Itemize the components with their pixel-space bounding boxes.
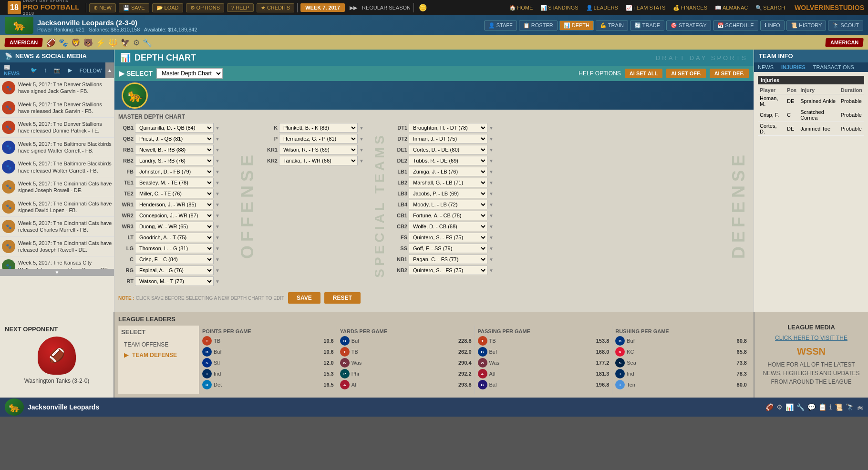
depth-chart-select[interactable]: Master Depth Chart	[156, 68, 223, 79]
player-select[interactable]: Goodrich, A. - T (75)	[135, 233, 214, 242]
news-item[interactable]: 🐾Week 5, 2017: The Denver Stallions have…	[0, 118, 114, 138]
ll-team-defense-option[interactable]: ▶ TEAM DEFENSE	[121, 350, 196, 360]
news-item[interactable]: 🐾Week 5, 2017: The Denver Stallions have…	[0, 78, 114, 98]
player-select[interactable]: Fortune, A. - CB (78)	[409, 211, 487, 220]
player-select[interactable]: Hernandez, G. - P (81)	[279, 134, 358, 143]
dropdown-arrow[interactable]: ▼	[489, 202, 494, 207]
load-button[interactable]: 📂 LOAD	[152, 3, 183, 12]
dropdown-arrow[interactable]: ▼	[359, 136, 364, 142]
dropdown-arrow[interactable]: ▼	[489, 158, 494, 163]
almanac-link[interactable]: 📖 ALMANAC	[712, 4, 751, 12]
home-link[interactable]: 🏠 HOME	[506, 4, 536, 12]
wssn-logo[interactable]: WSSN	[759, 344, 863, 358]
player-select[interactable]: Newell, B. - RB (88)	[135, 145, 214, 154]
player-select[interactable]: Duong, W. - WR (65)	[135, 222, 214, 231]
credits-button[interactable]: ★ CREDITS	[257, 3, 294, 12]
save-button[interactable]: 💾 SAVE	[119, 3, 149, 12]
player-select[interactable]: Priest, J. - QB (81)	[135, 134, 214, 143]
team-info-tab-news[interactable]: NEWS	[754, 62, 777, 72]
save-depth-button[interactable]: SAVE	[288, 292, 320, 304]
status-icon-9[interactable]: 🔭	[846, 403, 854, 411]
info-btn[interactable]: ℹ INFO	[760, 20, 785, 31]
search-link[interactable]: 🔍 SEARCH	[753, 4, 788, 12]
player-select[interactable]: Concepcion, J. - WR (87)	[135, 211, 214, 220]
sidebar-tab-news[interactable]: 📰 NEWS	[0, 62, 27, 78]
news-item[interactable]: 🐾Week 5, 2017: The Cincinnati Cats have …	[0, 197, 114, 217]
status-icon-4[interactable]: 🔧	[796, 403, 805, 411]
reset-depth-button[interactable]: RESET	[324, 292, 361, 304]
player-select[interactable]: Quintero, S. - FS (75)	[409, 266, 487, 275]
dropdown-arrow[interactable]: ▼	[215, 147, 220, 153]
dropdown-arrow[interactable]: ▼	[215, 268, 220, 273]
player-select[interactable]: Jacobs, P. - LB (69)	[409, 189, 487, 198]
news-item[interactable]: 🐾Week 5, 2017: The Cincinnati Cats have …	[0, 237, 114, 257]
player-select[interactable]: Zuniga, J. - LB (76)	[409, 167, 487, 176]
scroll-up-btn[interactable]: ▲	[105, 62, 114, 78]
status-icon-8[interactable]: 📜	[835, 403, 843, 411]
scroll-down-btn[interactable]: ▼	[0, 269, 114, 276]
dropdown-arrow[interactable]: ▼	[215, 158, 220, 163]
player-select[interactable]: Quintero, S. - FS (75)	[409, 233, 487, 242]
dropdown-arrow[interactable]: ▼	[215, 279, 220, 284]
player-select[interactable]: Johnston, D. - FB (79)	[135, 167, 214, 176]
dropdown-arrow[interactable]: ▼	[489, 125, 494, 131]
player-select[interactable]: Landry, S. - RB (76)	[135, 156, 214, 165]
news-item[interactable]: 🐾Week 5, 2017: The Kansas City Wolfpack …	[0, 256, 114, 269]
player-select[interactable]: Beasley, M. - TE (78)	[135, 178, 214, 187]
news-item[interactable]: 🐾Week 5, 2017: The Denver Stallions have…	[0, 98, 114, 118]
player-select[interactable]: Watson, M. - T (72)	[135, 276, 214, 286]
status-icon-10[interactable]: 🏍	[857, 403, 863, 411]
dropdown-arrow[interactable]: ▼	[215, 235, 220, 240]
news-item[interactable]: 🐾Week 5, 2017: The Cincinnati Cats have …	[0, 177, 114, 197]
dropdown-arrow[interactable]: ▼	[489, 180, 494, 185]
player-select[interactable]: Tubbs, R. - DE (69)	[409, 156, 487, 165]
player-select[interactable]: Espinal, A. - G (76)	[135, 266, 214, 275]
depth-btn[interactable]: 📊 DEPTH	[559, 20, 594, 31]
player-select[interactable]: Crisp, F. - C (84)	[135, 255, 214, 264]
dropdown-arrow[interactable]: ▼	[215, 136, 220, 142]
player-select[interactable]: Miller, C. - TE (76)	[135, 189, 214, 198]
player-select[interactable]: Goff, F. - SS (79)	[409, 244, 487, 253]
dropdown-arrow[interactable]: ▼	[215, 202, 220, 207]
status-icon-6[interactable]: 📋	[818, 403, 827, 411]
leaders-link[interactable]: 👤 LEADERS	[583, 4, 621, 12]
news-item[interactable]: 🐾Week 5, 2017: The Baltimore Blackbirds …	[0, 138, 114, 158]
sidebar-tab-ig[interactable]: 📷	[50, 62, 64, 78]
ll-team-offense-option[interactable]: TEAM OFFENSE	[121, 339, 196, 350]
team-info-tab-transactions[interactable]: TRANSACTIONS	[809, 62, 858, 72]
news-item[interactable]: 🐾Week 5, 2017: The Baltimore Blackbirds …	[0, 157, 114, 177]
dropdown-arrow[interactable]: ▼	[215, 246, 220, 251]
dropdown-arrow[interactable]: ▼	[489, 235, 494, 240]
sidebar-tab-yt[interactable]: ▶	[64, 62, 76, 78]
status-icon-1[interactable]: 🏈	[765, 403, 774, 411]
dropdown-arrow[interactable]: ▼	[359, 158, 364, 163]
ai-set-def-button[interactable]: AI SET DEF.	[710, 69, 749, 78]
trade-btn[interactable]: 🔄 TRADE	[630, 20, 664, 31]
dropdown-arrow[interactable]: ▼	[489, 268, 494, 273]
finances-link[interactable]: 💰 FINANCES	[670, 4, 710, 12]
dropdown-arrow[interactable]: ▼	[215, 191, 220, 196]
dropdown-arrow[interactable]: ▼	[359, 125, 364, 131]
sidebar-tab-fb[interactable]: f	[41, 62, 50, 78]
player-select[interactable]: Marshall, G. - LB (71)	[409, 178, 487, 187]
status-icon-5[interactable]: 💬	[807, 403, 816, 411]
player-select[interactable]: Tanaka, T. - WR (66)	[279, 156, 358, 165]
team-info-tab-injuries[interactable]: INJURIES	[777, 62, 809, 72]
sidebar-tab-twitter[interactable]: 🐦	[27, 62, 41, 78]
dropdown-arrow[interactable]: ▼	[215, 213, 220, 218]
strategy-btn[interactable]: 🎯 STRATEGY	[666, 20, 711, 31]
dropdown-arrow[interactable]: ▼	[489, 169, 494, 174]
dropdown-arrow[interactable]: ▼	[215, 180, 220, 185]
dropdown-arrow[interactable]: ▼	[489, 213, 494, 218]
status-icon-2[interactable]: ⚙	[776, 403, 783, 411]
new-button[interactable]: ⊕ NEW	[89, 3, 116, 12]
dropdown-arrow[interactable]: ▼	[489, 257, 494, 262]
dropdown-arrow[interactable]: ▼	[215, 224, 220, 229]
dropdown-arrow[interactable]: ▼	[489, 224, 494, 229]
dropdown-arrow[interactable]: ▼	[215, 125, 220, 131]
player-select[interactable]: Moody, L. - LB (72)	[409, 200, 487, 209]
player-select[interactable]: Henderson, J. - WR (85)	[135, 200, 214, 209]
options-button[interactable]: ⚙ OPTIONS	[186, 3, 225, 12]
standings-link[interactable]: 📊 STANDINGS	[537, 4, 581, 12]
status-icon-7[interactable]: ℹ	[829, 403, 832, 411]
